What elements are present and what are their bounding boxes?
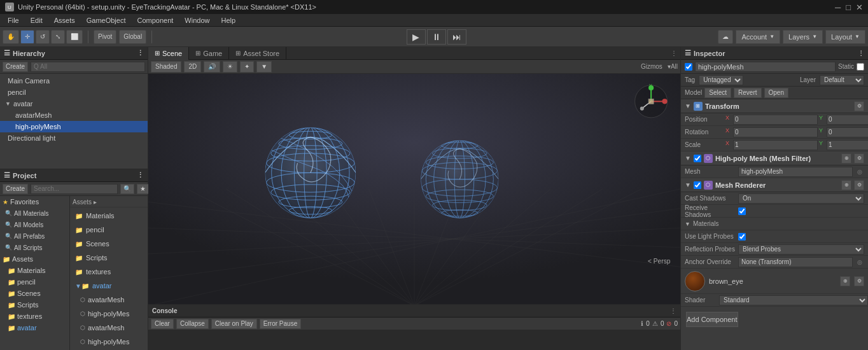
- menu-component[interactable]: Component: [132, 15, 178, 25]
- step-button[interactable]: ⏭: [447, 29, 466, 45]
- folder-scenes[interactable]: 📁 Scenes: [0, 288, 69, 299]
- audio-btn[interactable]: 🔊: [204, 61, 220, 73]
- sun-btn[interactable]: ☀: [223, 61, 237, 73]
- scale-y-input[interactable]: 1: [827, 140, 868, 150]
- layer-dropdown[interactable]: Default: [820, 75, 864, 85]
- fav-all-scripts[interactable]: 🔍 All Scripts: [0, 242, 69, 253]
- tree-avatar[interactable]: ▼ avatar: [0, 98, 148, 109]
- minimize-icon[interactable]: ─: [835, 3, 841, 12]
- mesh-filter-settings-btn[interactable]: ⚙: [854, 153, 864, 164]
- rot-y-input[interactable]: 0: [827, 127, 868, 137]
- project-menu-icon[interactable]: ⋮: [137, 171, 144, 179]
- folder-textures[interactable]: 📁 textures: [0, 311, 69, 322]
- console-menu-icon[interactable]: ⋮: [670, 307, 676, 314]
- tree-directional-light[interactable]: Directional light: [0, 132, 148, 144]
- clear-btn[interactable]: Clear: [151, 319, 174, 329]
- mesh-renderer-toggle[interactable]: [694, 181, 701, 189]
- mesh-filter-ref-btn[interactable]: ⊕: [841, 153, 851, 164]
- menu-file[interactable]: File: [3, 15, 24, 25]
- maximize-icon[interactable]: □: [846, 3, 851, 12]
- rot-x-input[interactable]: 0: [733, 127, 818, 137]
- tab-asset-store[interactable]: ⊞ Asset Store: [229, 47, 286, 60]
- reflection-probes-dropdown[interactable]: Blend Probes: [738, 244, 864, 255]
- rotate-tool[interactable]: ↺: [36, 30, 50, 44]
- fav-all-models[interactable]: 🔍 All Models: [0, 219, 69, 230]
- fav-all-materials[interactable]: 🔍 All Materials: [0, 207, 69, 219]
- mesh-renderer-ref-btn[interactable]: ⊕: [841, 180, 851, 190]
- close-icon[interactable]: ✕: [856, 3, 863, 12]
- error-pause-btn[interactable]: Error Pause: [260, 319, 301, 329]
- open-btn[interactable]: Open: [764, 88, 788, 98]
- cast-shadows-dropdown[interactable]: On: [738, 193, 864, 204]
- receive-shadows-checkbox[interactable]: [738, 207, 746, 215]
- cloud-btn[interactable]: ☁: [718, 30, 733, 44]
- global-btn[interactable]: Global: [119, 30, 146, 44]
- menu-help[interactable]: Help: [216, 15, 241, 25]
- select-btn[interactable]: Select: [704, 88, 731, 98]
- anchor-pick-btn[interactable]: ◎: [855, 258, 864, 267]
- pos-y-input[interactable]: 0: [827, 115, 868, 125]
- move-tool[interactable]: ✛: [20, 30, 34, 44]
- tree-main-camera[interactable]: Main Camera: [0, 75, 148, 87]
- shader-dropdown[interactable]: Standard: [719, 295, 868, 305]
- asset-scripts[interactable]: 📁 Scripts: [73, 252, 145, 263]
- tag-dropdown[interactable]: Untagged: [699, 75, 743, 85]
- asset-avatarmesh2[interactable]: ⬡ avatarMesh: [73, 322, 145, 333]
- hierarchy-search[interactable]: [31, 62, 145, 72]
- material-ref-btn[interactable]: ⊕: [840, 276, 850, 286]
- asset-high-polymesh[interactable]: ⬡ high-polyMes: [73, 308, 145, 319]
- hierarchy-menu-icon[interactable]: ⋮: [137, 49, 144, 57]
- fav-all-prefabs[interactable]: 🔍 All Prefabs: [0, 230, 69, 242]
- asset-high-polymesh2[interactable]: ⬡ high-polyMes: [73, 336, 145, 347]
- 2d-btn[interactable]: 2D: [184, 61, 201, 73]
- asset-avatarmesh[interactable]: ⬡ avatarMesh: [73, 294, 145, 305]
- scale-tool[interactable]: ⤡: [51, 30, 65, 44]
- asset-pencil[interactable]: 📁 pencil: [73, 224, 145, 235]
- pivot-btn[interactable]: Pivot: [94, 30, 116, 44]
- transform-header[interactable]: ▼ ⊞ Transform ⚙: [681, 99, 868, 113]
- layout-dropdown[interactable]: Layout: [825, 30, 865, 44]
- mesh-filter-toggle[interactable]: [694, 155, 701, 162]
- pos-x-input[interactable]: 0: [733, 115, 818, 125]
- titlebar-controls[interactable]: ─ □ ✕: [835, 3, 863, 12]
- folder-materials[interactable]: 📁 Materials: [0, 265, 69, 276]
- menu-assets[interactable]: Assets: [49, 15, 80, 25]
- material-settings-btn[interactable]: ⚙: [854, 276, 864, 286]
- project-search[interactable]: [31, 184, 118, 194]
- hierarchy-create-btn[interactable]: Create: [3, 62, 28, 72]
- layers-dropdown[interactable]: Layers: [783, 30, 823, 44]
- use-light-probes-checkbox[interactable]: [738, 233, 746, 241]
- clear-on-play-btn[interactable]: Clear on Play: [211, 319, 257, 329]
- add-component-btn[interactable]: Add Component: [686, 312, 738, 327]
- revert-btn[interactable]: Revert: [734, 88, 761, 98]
- play-button[interactable]: ▶: [407, 29, 426, 45]
- asset-textures[interactable]: 📁 textures: [73, 266, 145, 277]
- transform-settings-btn[interactable]: ⚙: [854, 101, 864, 111]
- menu-edit[interactable]: Edit: [25, 15, 48, 25]
- project-search-btn[interactable]: 🔍: [120, 184, 134, 194]
- menu-window[interactable]: Window: [179, 15, 214, 25]
- asset-materials[interactable]: 📁 Materials: [73, 210, 145, 221]
- mesh-pick-btn[interactable]: ◎: [855, 167, 864, 176]
- mesh-filter-header[interactable]: ▼ ⬡ High-poly Mesh (Mesh Filter) ⊕ ⚙: [681, 151, 868, 165]
- account-dropdown[interactable]: Account: [736, 30, 780, 44]
- materials-section[interactable]: ▼ Materials: [681, 218, 868, 230]
- tree-pencil[interactable]: pencil: [0, 87, 148, 98]
- asset-avatar[interactable]: ▼📁 avatar: [73, 280, 145, 291]
- inspector-menu-icon[interactable]: ⋮: [858, 50, 864, 57]
- fx-btn[interactable]: ✦: [240, 61, 254, 73]
- menu-gameobject[interactable]: GameObject: [81, 15, 131, 25]
- collapse-btn[interactable]: Collapse: [176, 319, 209, 329]
- object-name-field[interactable]: [695, 62, 836, 72]
- folder-avatar[interactable]: 📁 avatar: [0, 322, 69, 333]
- scale-x-input[interactable]: 1: [733, 140, 818, 150]
- shading-dropdown[interactable]: Shaded: [151, 61, 181, 73]
- hand-tool[interactable]: ✋: [3, 30, 19, 44]
- project-fav-btn[interactable]: ★: [137, 184, 149, 194]
- object-active-checkbox[interactable]: [685, 63, 692, 71]
- tab-game[interactable]: ⊞ Game: [189, 47, 229, 60]
- folder-pencil[interactable]: 📁 pencil: [0, 276, 69, 288]
- aspect-btn[interactable]: ▼: [256, 61, 272, 73]
- tab-menu-icon[interactable]: ⋮: [668, 47, 680, 60]
- rect-tool[interactable]: ⬜: [66, 30, 83, 44]
